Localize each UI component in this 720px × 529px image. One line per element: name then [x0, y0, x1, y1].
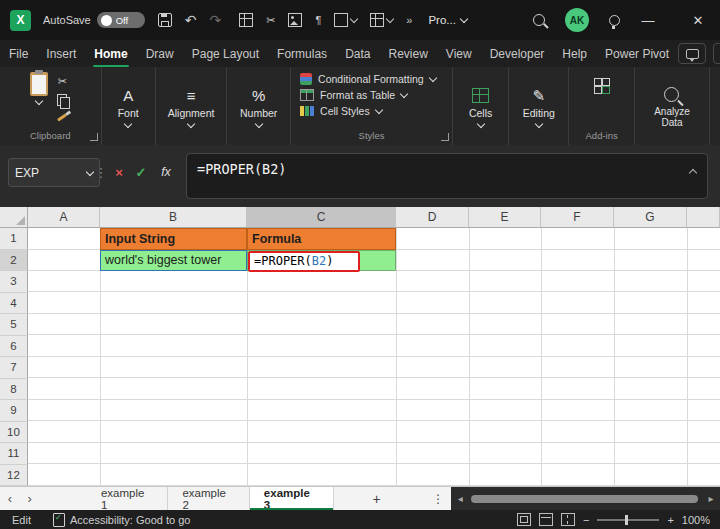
autosave-switch[interactable]: Off [97, 12, 145, 28]
row-header-1[interactable]: 1 [0, 228, 28, 250]
paragraph-icon[interactable]: ¶ [315, 14, 321, 26]
autosave-toggle[interactable]: AutoSave Off [43, 12, 145, 28]
tab-data[interactable]: Data [336, 40, 379, 67]
row-header-10[interactable]: 10 [0, 422, 28, 444]
tab-strip-more-icon[interactable]: ⋮ [426, 487, 452, 510]
column-header-a[interactable]: A [28, 207, 100, 228]
tab-review[interactable]: Review [379, 40, 436, 67]
name-box[interactable]: EXP [8, 158, 100, 187]
zoom-level[interactable]: 100% [682, 514, 710, 526]
row-header-9[interactable]: 9 [0, 400, 28, 422]
zoom-slider[interactable] [597, 519, 659, 521]
paste-button[interactable] [30, 72, 48, 104]
cell-c2-edit-box[interactable]: =PROPER(B2) [248, 251, 360, 273]
select-all-button[interactable] [0, 207, 28, 228]
cell-b1[interactable]: Input String [100, 228, 247, 250]
zoom-slider-thumb[interactable] [625, 515, 628, 525]
avatar[interactable]: AK [565, 8, 589, 32]
tab-home[interactable]: Home [85, 40, 136, 67]
horizontal-scrollbar[interactable]: ◂ ▸ [451, 487, 720, 510]
column-header-e[interactable]: E [469, 207, 541, 228]
row-header-11[interactable]: 11 [0, 443, 28, 465]
share-button[interactable]: ↗ [713, 43, 720, 64]
column-header-g[interactable]: G [614, 207, 687, 228]
save-button[interactable] [158, 13, 172, 27]
scroll-left-icon[interactable]: ◂ [451, 493, 469, 504]
row-header-12[interactable]: 12 [0, 465, 28, 487]
tab-power-pivot[interactable]: Power Pivot [596, 40, 678, 67]
format-painter-button[interactable] [54, 110, 70, 125]
tab-draw[interactable]: Draw [137, 40, 183, 67]
zoom-in-button[interactable]: + [667, 514, 673, 526]
menu-right-cluster: ↗ [678, 43, 720, 64]
cut-icon[interactable]: ✂ [266, 14, 275, 27]
comments-button[interactable] [678, 43, 706, 64]
tab-insert[interactable]: Insert [37, 40, 85, 67]
enter-entry-button[interactable]: ✓ [132, 163, 150, 181]
row-header-3[interactable]: 3 [0, 271, 28, 293]
cells-group-button[interactable]: Cells [463, 72, 498, 143]
column-header-d[interactable]: D [396, 207, 469, 228]
tab-formulas[interactable]: Formulas [268, 40, 336, 67]
format-as-table-button[interactable]: Format as Table [296, 88, 447, 102]
minimize-button[interactable]: — [626, 0, 670, 40]
tab-developer[interactable]: Developer [481, 40, 554, 67]
cell-c1[interactable]: Formula [247, 228, 396, 250]
copy-button[interactable] [54, 92, 70, 107]
scrollbar-thumb[interactable] [471, 495, 698, 503]
add-sheet-button[interactable]: + [364, 487, 390, 510]
sort-dropdown[interactable] [370, 13, 393, 27]
insert-function-button[interactable]: fx [155, 163, 177, 181]
column-header-c[interactable]: C [247, 207, 396, 228]
picture-icon[interactable] [288, 13, 302, 27]
number-group-button[interactable]: % Number [234, 72, 283, 143]
zoom-out-button[interactable]: − [583, 514, 589, 526]
fill-color-dropdown[interactable] [334, 13, 357, 27]
tab-view[interactable]: View [437, 40, 481, 67]
column-header-f[interactable]: F [541, 207, 614, 228]
formula-input[interactable]: =PROPER(B2) [186, 153, 708, 199]
cell-grid[interactable]: Input String Formula world's biggest tow… [28, 228, 720, 486]
search-icon[interactable] [533, 14, 545, 26]
font-group-button[interactable]: A Font [112, 72, 145, 143]
sheet-tab-example-2[interactable]: example 2 [168, 487, 249, 510]
document-name-menu[interactable]: Pro... [428, 14, 466, 26]
cancel-entry-button[interactable]: × [110, 163, 128, 181]
normal-view-icon[interactable] [517, 513, 531, 526]
lightbulb-icon[interactable] [609, 15, 620, 26]
row-header-6[interactable]: 6 [0, 336, 28, 358]
row-header-4[interactable]: 4 [0, 293, 28, 315]
scroll-right-icon[interactable]: ▸ [702, 493, 720, 504]
sheet-tab-example-1[interactable]: example 1 [87, 487, 168, 510]
sheet-nav-next-icon[interactable]: › [20, 487, 40, 510]
row-header-5[interactable]: 5 [0, 314, 28, 336]
undo-button[interactable]: ↶ [185, 13, 197, 27]
addins-button[interactable] [594, 78, 610, 94]
borders-icon[interactable] [239, 13, 253, 27]
column-header-b[interactable]: B [100, 207, 247, 228]
tab-help[interactable]: Help [553, 40, 596, 67]
clipboard-dialog-launcher[interactable] [90, 133, 98, 141]
editing-group-button[interactable]: ✎ Editing [517, 72, 561, 143]
row-header-7[interactable]: 7 [0, 357, 28, 379]
sheet-nav-prev-icon[interactable]: ‹ [0, 487, 20, 510]
row-header-8[interactable]: 8 [0, 379, 28, 401]
tab-file[interactable]: File [0, 40, 37, 67]
row-header-2[interactable]: 2 [0, 250, 28, 272]
page-break-view-icon[interactable] [561, 513, 575, 526]
cut-button[interactable]: ✂ [54, 74, 70, 89]
accessibility-status[interactable]: Accessibility: Good to go [53, 513, 190, 527]
close-button[interactable]: ✕ [676, 0, 720, 40]
sheet-tab-example-3[interactable]: example 3 [250, 487, 334, 510]
conditional-formatting-button[interactable]: Conditional Formatting [296, 72, 447, 86]
qat-overflow-button[interactable]: » [406, 14, 412, 26]
cell-styles-button[interactable]: Cell Styles [296, 104, 447, 118]
styles-dialog-launcher[interactable] [441, 133, 449, 141]
cell-c2[interactable]: =PROPER(B2) [247, 250, 396, 272]
page-layout-view-icon[interactable] [539, 513, 553, 526]
analyze-data-button[interactable]: Analyze Data [640, 72, 704, 143]
cell-b2[interactable]: world's biggest tower [100, 250, 247, 272]
alignment-group-button[interactable]: ≡ Alignment [162, 72, 221, 143]
tab-page-layout[interactable]: Page Layout [183, 40, 268, 67]
redo-button[interactable]: ↷ [209, 13, 221, 27]
